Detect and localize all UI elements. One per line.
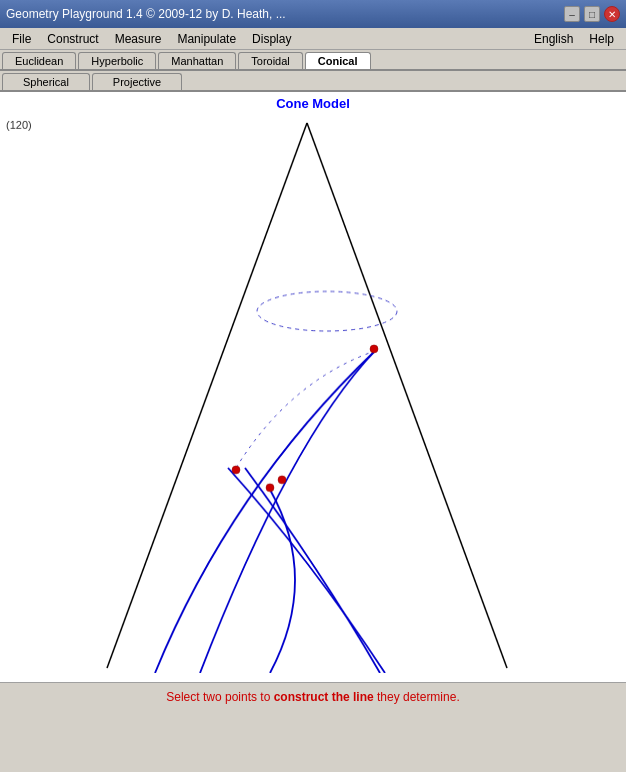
geometry-tabs: Euclidean Hyperbolic Manhattan Toroidal … <box>0 50 626 71</box>
menu-display[interactable]: Display <box>244 30 299 48</box>
menu-measure[interactable]: Measure <box>107 30 170 48</box>
window-controls: – □ ✕ <box>564 6 620 22</box>
menu-help[interactable]: Help <box>581 30 622 48</box>
menubar: File Construct Measure Manipulate Displa… <box>0 28 626 50</box>
tab-manhattan[interactable]: Manhattan <box>158 52 236 69</box>
tab-conical[interactable]: Conical <box>305 52 371 69</box>
tab-spherical[interactable]: Spherical <box>2 73 90 90</box>
tab-toroidal[interactable]: Toroidal <box>238 52 303 69</box>
tab-euclidean[interactable]: Euclidean <box>2 52 76 69</box>
model-tabs: Spherical Projective <box>0 71 626 92</box>
menu-construct[interactable]: Construct <box>39 30 106 48</box>
minimize-button[interactable]: – <box>564 6 580 22</box>
close-button[interactable]: ✕ <box>604 6 620 22</box>
canvas-area[interactable]: Cone Model <box>0 92 626 682</box>
tab-hyperbolic[interactable]: Hyperbolic <box>78 52 156 69</box>
titlebar: Geometry Playground 1.4 © 2009-12 by D. … <box>0 0 626 28</box>
statusbar: Select two points to construct the line … <box>0 682 626 710</box>
geometry-canvas[interactable] <box>0 113 614 673</box>
menu-english[interactable]: English <box>526 30 581 48</box>
tab-projective[interactable]: Projective <box>92 73 182 90</box>
maximize-button[interactable]: □ <box>584 6 600 22</box>
menu-file[interactable]: File <box>4 30 39 48</box>
menu-manipulate[interactable]: Manipulate <box>169 30 244 48</box>
model-title: Cone Model <box>0 92 626 113</box>
status-text: Select two points to construct the line … <box>166 690 459 704</box>
app-title: Geometry Playground 1.4 © 2009-12 by D. … <box>6 7 286 21</box>
